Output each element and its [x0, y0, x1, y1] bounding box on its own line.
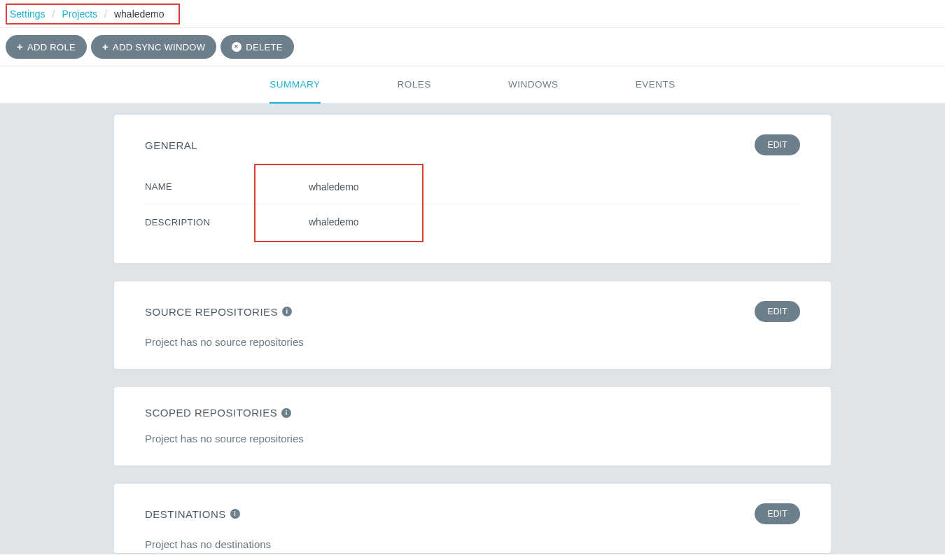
delete-button[interactable]: DELETE: [220, 35, 293, 59]
breadcrumb-separator: /: [52, 8, 55, 20]
breadcrumb-separator: /: [104, 8, 107, 20]
destinations-edit-button[interactable]: EDIT: [755, 503, 800, 524]
add-role-label: ADD ROLE: [27, 42, 76, 52]
general-table: NAME whaledemo DESCRIPTION whaledemo: [145, 169, 800, 239]
general-title: GENERAL: [145, 139, 197, 151]
destinations-title: DESTINATIONS i: [145, 508, 240, 520]
name-value: whaledemo: [309, 181, 800, 192]
breadcrumb-link-projects[interactable]: Projects: [62, 8, 97, 20]
plus-icon: [102, 41, 108, 52]
breadcrumb-current: whaledemo: [114, 8, 164, 20]
breadcrumb-link-settings[interactable]: Settings: [10, 8, 46, 20]
source-repositories-edit-button[interactable]: EDIT: [755, 301, 800, 322]
plus-icon: [17, 41, 23, 52]
info-icon[interactable]: i: [281, 408, 291, 418]
table-row: NAME whaledemo: [145, 169, 800, 204]
name-label: NAME: [145, 181, 309, 192]
source-repositories-title: SOURCE REPOSITORIES i: [145, 306, 292, 318]
destinations-empty: Project has no destinations: [145, 538, 800, 550]
general-edit-button[interactable]: EDIT: [755, 134, 800, 155]
scoped-repositories-card: SCOPED REPOSITORIES i Project has no sou…: [114, 387, 831, 465]
general-card: GENERAL EDIT NAME whaledemo DESCRIPTION …: [114, 115, 831, 263]
description-value: whaledemo: [309, 216, 800, 227]
add-role-button[interactable]: ADD ROLE: [6, 35, 87, 59]
source-repositories-card: SOURCE REPOSITORIES i EDIT Project has n…: [114, 281, 831, 369]
scoped-repositories-title-text: SCOPED REPOSITORIES: [145, 407, 277, 419]
tab-events[interactable]: EVENTS: [636, 79, 676, 103]
scoped-repositories-empty: Project has no source repositories: [145, 433, 800, 444]
action-toolbar: ADD ROLE ADD SYNC WINDOW DELETE: [0, 28, 945, 66]
delete-label: DELETE: [246, 42, 282, 52]
content-area: GENERAL EDIT NAME whaledemo DESCRIPTION …: [0, 104, 945, 554]
tab-bar: SUMMARY ROLES WINDOWS EVENTS: [0, 66, 945, 104]
description-label: DESCRIPTION: [145, 217, 309, 227]
info-icon[interactable]: i: [282, 307, 292, 316]
destinations-title-text: DESTINATIONS: [145, 508, 226, 520]
table-row: DESCRIPTION whaledemo: [145, 204, 800, 239]
breadcrumb-bar: Settings / Projects / whaledemo: [0, 0, 945, 28]
destinations-card: DESTINATIONS i EDIT Project has no desti…: [114, 484, 831, 553]
tab-windows[interactable]: WINDOWS: [508, 79, 559, 103]
add-sync-window-label: ADD SYNC WINDOW: [113, 42, 205, 52]
source-repositories-title-text: SOURCE REPOSITORIES: [145, 306, 278, 318]
source-repositories-empty: Project has no source repositories: [145, 336, 800, 348]
delete-circle-icon: [232, 42, 241, 52]
tab-summary[interactable]: SUMMARY: [270, 79, 320, 104]
info-icon[interactable]: i: [230, 509, 240, 519]
add-sync-window-button[interactable]: ADD SYNC WINDOW: [91, 35, 216, 59]
tab-roles[interactable]: ROLES: [398, 79, 431, 103]
breadcrumb: Settings / Projects / whaledemo: [6, 4, 180, 24]
scoped-repositories-title: SCOPED REPOSITORIES i: [145, 407, 291, 419]
